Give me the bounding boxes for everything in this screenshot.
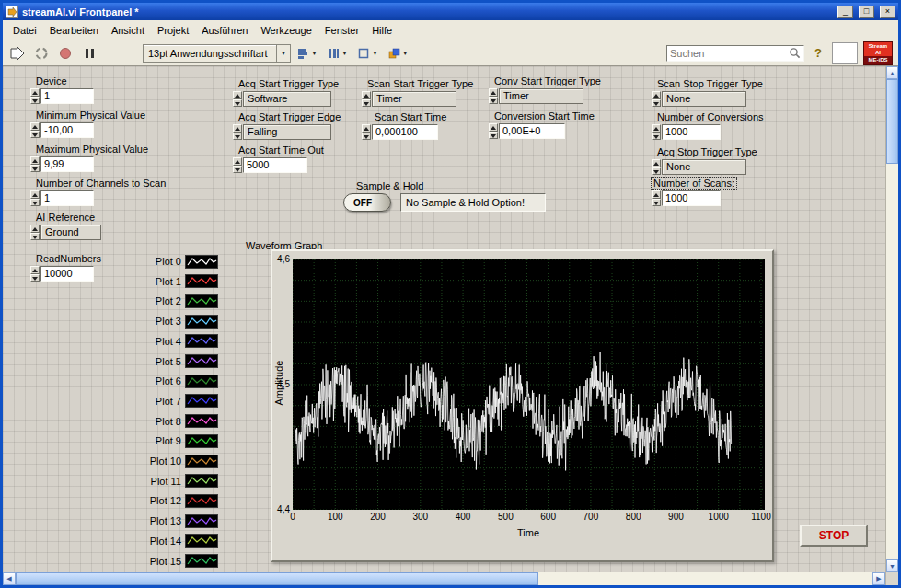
acq-start-edge-spinner[interactable] [233,124,242,140]
legend-item-12[interactable]: Plot 12 [143,493,218,508]
number-of-scans-value[interactable]: 1000 [662,190,721,206]
acq-start-trigger-type-value[interactable]: Software [243,91,331,107]
close-button[interactable]: × [880,6,895,18]
vertical-scroll-track[interactable] [886,164,898,559]
legend-plot-icon[interactable] [185,514,218,528]
scan-stop-trigger-type-value[interactable]: None [662,91,746,107]
scan-start-time-value[interactable]: 0,000100 [372,124,438,140]
number-of-conversions-value[interactable]: 1000 [662,124,721,140]
legend-item-6[interactable]: Plot 6 [143,374,218,388]
menu-item-ansicht[interactable]: Ansicht [105,22,151,39]
run-button[interactable] [6,43,29,63]
search-box[interactable] [666,45,804,62]
legend-item-8[interactable]: Plot 8 [143,414,218,429]
max-physical-spinner[interactable] [30,156,40,172]
acq-stop-trigger-type-value[interactable]: None [662,159,746,175]
num-channels-spinner[interactable] [30,190,40,206]
acq-start-timeout-value[interactable]: 5000 [243,157,307,173]
legend-item-5[interactable]: Plot 5 [143,354,218,369]
align-objects-dropdown[interactable]: ▼ [293,43,321,63]
reorder-objects-dropdown[interactable]: ▼ [384,43,412,63]
ai-reference-spinner[interactable] [30,225,40,240]
legend-plot-icon[interactable] [185,455,218,468]
legend-plot-icon[interactable] [185,554,218,568]
help-button[interactable]: ? [810,44,826,63]
legend-item-14[interactable]: Plot 14 [143,534,218,548]
ai-reference-value[interactable]: Ground [40,225,101,240]
vertical-scroll-thumb[interactable] [886,79,898,164]
legend-item-3[interactable]: Plot 3 [143,314,218,329]
acq-start-timeout-spinner[interactable] [233,157,242,173]
menu-item-hilfe[interactable]: Hilfe [365,22,399,39]
horizontal-scrollbar[interactable]: ◀ ▶ [3,572,898,585]
menu-item-datei[interactable]: Datei [6,22,43,39]
legend-item-7[interactable]: Plot 7 [143,394,218,409]
resize-objects-dropdown[interactable]: ▼ [353,43,382,63]
acq-start-type-spinner[interactable] [233,91,242,107]
stop-button[interactable]: STOP [800,525,868,547]
min-physical-spinner[interactable] [30,122,40,138]
legend-plot-icon[interactable] [185,534,218,548]
sample-hold-switch[interactable]: OFF [343,193,391,212]
num-channels-value[interactable]: 1 [40,190,94,206]
legend-plot-icon[interactable] [185,375,218,388]
num-conversions-spinner[interactable] [652,124,661,140]
legend-item-11[interactable]: Plot 11 [143,474,218,489]
conversion-start-time-value[interactable]: 0,00E+0 [499,123,565,139]
acq-start-trigger-edge-value[interactable]: Falling [243,124,331,140]
legend-item-2[interactable]: Plot 2 [143,294,218,308]
legend-plot-icon[interactable] [185,434,218,448]
legend-item-10[interactable]: Plot 10 [143,454,218,468]
search-input[interactable] [670,48,789,59]
legend-item-15[interactable]: Plot 15 [143,554,218,569]
menu-item-werkzeuge[interactable]: Werkzeuge [254,22,318,39]
num-scans-spinner[interactable] [652,190,661,206]
legend-item-9[interactable]: Plot 9 [143,433,218,448]
scan-start-trigger-type-value[interactable]: Timer [372,91,456,107]
menu-item-fenster[interactable]: Fenster [318,22,365,39]
max-physical-value[interactable]: 9,99 [40,156,94,172]
menu-item-bearbeiten[interactable]: Bearbeiten [43,22,105,39]
pause-button[interactable] [78,43,100,63]
font-selector-value[interactable]: 13pt Anwendungsschriftart [143,44,277,63]
conversion-start-time-spinner[interactable] [489,123,498,139]
scroll-down-arrow[interactable]: ▼ [886,559,898,572]
legend-plot-icon[interactable] [185,274,218,288]
legend-plot-icon[interactable] [185,414,218,428]
readnumbers-value[interactable]: 10000 [40,266,94,282]
legend-plot-icon[interactable] [185,354,218,368]
legend-item-4[interactable]: Plot 4 [143,334,218,349]
maximize-button[interactable]: □ [859,6,874,18]
conv-start-type-spinner[interactable] [489,88,498,104]
scan-start-type-spinner[interactable] [362,91,371,107]
legend-item-1[interactable]: Plot 1 [143,274,218,289]
scroll-up-arrow[interactable]: ▲ [886,66,898,79]
abort-button[interactable] [54,43,76,63]
legend-item-0[interactable]: Plot 0 [143,254,218,269]
acq-stop-type-spinner[interactable] [652,159,661,175]
menu-item-projekt[interactable]: Projekt [151,22,195,39]
vertical-scrollbar[interactable]: ▲ ▼ [885,66,898,572]
scroll-right-arrow[interactable]: ▶ [872,572,885,585]
distribute-objects-dropdown[interactable]: ▼ [323,43,352,63]
run-continuous-button[interactable] [30,43,52,63]
readnumbers-spinner[interactable] [30,266,40,282]
min-physical-value[interactable]: -10,00 [40,122,94,138]
conv-start-trigger-type-value[interactable]: Timer [499,88,583,104]
chevron-down-icon[interactable]: ▼ [277,44,291,63]
font-selector[interactable]: 13pt Anwendungsschriftart ▼ [143,44,291,63]
scan-stop-type-spinner[interactable] [652,91,661,107]
scan-start-time-spinner[interactable] [362,124,371,140]
legend-plot-icon[interactable] [185,255,218,269]
horizontal-scroll-thumb[interactable] [16,572,538,585]
minimize-button[interactable]: _ [837,6,853,18]
device-spinner[interactable] [30,88,40,104]
legend-plot-icon[interactable] [185,474,218,488]
legend-item-13[interactable]: Plot 13 [143,513,218,528]
legend-plot-icon[interactable] [185,394,218,408]
legend-plot-icon[interactable] [185,334,218,348]
horizontal-scroll-track[interactable] [538,572,872,585]
legend-plot-icon[interactable] [185,294,218,308]
scroll-left-arrow[interactable]: ◀ [3,572,16,585]
device-value[interactable]: 1 [40,88,94,104]
